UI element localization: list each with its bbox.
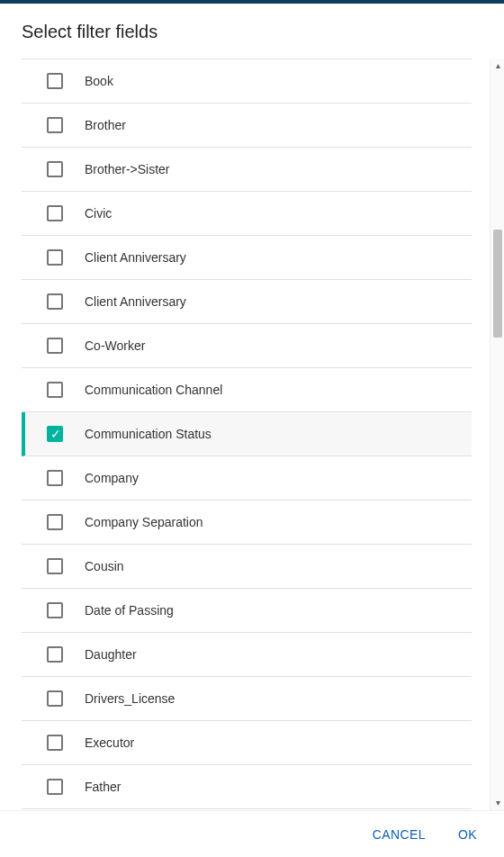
ok-button[interactable]: OK bbox=[446, 820, 490, 849]
field-label: Company bbox=[85, 471, 139, 485]
field-list-item[interactable]: ✓Father bbox=[22, 765, 472, 809]
field-label: Executor bbox=[85, 735, 134, 750]
checkbox[interactable]: ✓ bbox=[47, 779, 63, 795]
checkbox[interactable]: ✓ bbox=[47, 161, 63, 177]
checkbox[interactable]: ✓ bbox=[47, 558, 63, 574]
scrollbar[interactable]: ▴ ▾ bbox=[490, 59, 504, 810]
field-label: Client Anniversary bbox=[85, 250, 186, 265]
field-label: Cousin bbox=[85, 559, 124, 573]
field-label: Date of Passing bbox=[85, 603, 174, 618]
field-label: Brother bbox=[85, 118, 126, 132]
field-label: Client Anniversary bbox=[85, 294, 186, 309]
field-label: Father bbox=[85, 780, 121, 794]
checkbox[interactable]: ✓ bbox=[47, 205, 63, 221]
field-list: ✓Book✓Brother✓Brother->Sister✓Civic✓Clie… bbox=[22, 59, 472, 810]
field-label: Communication Channel bbox=[85, 383, 222, 397]
field-label: Civic bbox=[85, 206, 112, 221]
field-list-item[interactable]: ✓Civic bbox=[22, 192, 472, 236]
scroll-up-icon[interactable]: ▴ bbox=[490, 59, 504, 73]
field-list-item[interactable]: ✓Book bbox=[22, 59, 472, 104]
checkmark-icon: ✓ bbox=[50, 427, 61, 441]
checkbox[interactable]: ✓ bbox=[47, 426, 63, 442]
field-list-item[interactable]: ✓Daughter bbox=[22, 633, 472, 677]
checkbox[interactable]: ✓ bbox=[47, 514, 63, 530]
checkbox[interactable]: ✓ bbox=[47, 382, 63, 398]
field-list-item[interactable]: ✓Company bbox=[22, 456, 472, 501]
dialog-title: Select filter fields bbox=[22, 22, 482, 42]
scrollbar-thumb[interactable] bbox=[493, 230, 502, 338]
field-list-item[interactable]: ✓Executor bbox=[22, 721, 472, 765]
dialog-select-filter-fields: Select filter fields ✓Book✓Brother✓Broth… bbox=[0, 0, 504, 857]
field-label: Daughter bbox=[85, 647, 137, 662]
checkbox[interactable]: ✓ bbox=[47, 73, 63, 89]
dialog-body: ✓Book✓Brother✓Brother->Sister✓Civic✓Clie… bbox=[0, 59, 504, 810]
checkbox[interactable]: ✓ bbox=[47, 735, 63, 751]
field-label: Book bbox=[85, 74, 113, 88]
field-label: Company Separation bbox=[85, 515, 203, 529]
field-list-item[interactable]: ✓Brother->Sister bbox=[22, 148, 472, 192]
field-label: Drivers_License bbox=[85, 691, 175, 706]
checkbox[interactable]: ✓ bbox=[47, 249, 63, 266]
field-label: Co-Worker bbox=[85, 338, 145, 353]
field-list-item[interactable]: ✓Communication Status bbox=[22, 412, 472, 456]
field-list-item[interactable]: ✓Company Separation bbox=[22, 501, 472, 545]
dialog-footer: CANCEL OK bbox=[0, 810, 504, 857]
field-label: Communication Status bbox=[85, 427, 212, 441]
checkbox[interactable]: ✓ bbox=[47, 338, 63, 354]
field-list-item[interactable]: ✓Co-Worker bbox=[22, 324, 472, 368]
checkbox[interactable]: ✓ bbox=[47, 470, 63, 486]
field-label: Brother->Sister bbox=[85, 162, 170, 176]
checkbox[interactable]: ✓ bbox=[47, 646, 63, 663]
cancel-button[interactable]: CANCEL bbox=[360, 820, 438, 849]
checkbox[interactable]: ✓ bbox=[47, 117, 63, 133]
field-list-item[interactable]: ✓Client Anniversary bbox=[22, 280, 472, 324]
field-list-item[interactable]: ✓Cousin bbox=[22, 545, 472, 589]
field-list-item[interactable]: ✓Brother bbox=[22, 104, 472, 148]
scroll-down-icon[interactable]: ▾ bbox=[490, 796, 504, 810]
field-list-item[interactable]: ✓Date of Passing bbox=[22, 589, 472, 633]
dialog-header: Select filter fields bbox=[0, 4, 504, 59]
field-list-item[interactable]: ✓Drivers_License bbox=[22, 677, 472, 721]
field-list-item[interactable]: ✓Communication Channel bbox=[22, 368, 472, 412]
field-list-item[interactable]: ✓Client Anniversary bbox=[22, 236, 472, 280]
checkbox[interactable]: ✓ bbox=[47, 602, 63, 618]
checkbox[interactable]: ✓ bbox=[47, 293, 63, 310]
checkbox[interactable]: ✓ bbox=[47, 690, 63, 707]
